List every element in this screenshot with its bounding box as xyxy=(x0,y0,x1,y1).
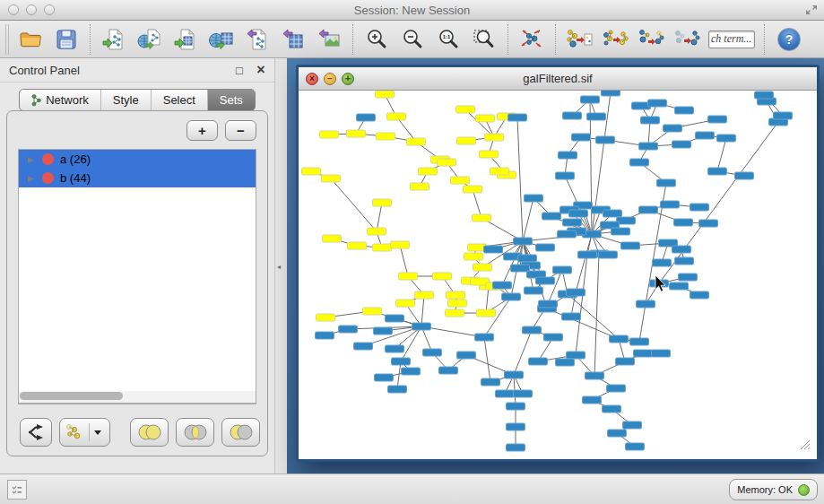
intersection-icon xyxy=(180,423,211,441)
new-network-hide-selected-icon xyxy=(673,28,700,51)
zoom-selected-region-button[interactable] xyxy=(466,23,502,56)
toolbar: 1:1 xyxy=(0,21,824,58)
main-region: Control Panel □ × Network Style xyxy=(0,58,824,474)
task-list-icon xyxy=(11,483,23,496)
create-set-from-selected-button[interactable] xyxy=(59,418,110,447)
zoom-out-button[interactable] xyxy=(395,23,430,56)
window-title: Session: New Session xyxy=(0,4,824,17)
new-network-from-selection-all-edges-icon xyxy=(566,28,593,51)
export-image-icon xyxy=(317,28,342,51)
tab-label: Style xyxy=(113,93,139,107)
import-network-file-icon xyxy=(101,28,126,51)
control-panel: Control Panel □ × Network Style xyxy=(0,58,274,474)
set-color-icon xyxy=(42,153,54,165)
network-desktop: × − + galFiltered.sif xyxy=(287,58,824,474)
add-set-button[interactable]: + xyxy=(186,120,218,141)
chevron-down-icon[interactable] xyxy=(94,430,101,435)
new-network-from-selection-all-edges-button[interactable] xyxy=(561,23,597,56)
union-button[interactable] xyxy=(130,418,169,447)
resize-grip-icon[interactable] xyxy=(799,438,811,454)
set-list[interactable]: ▶ a (26) ▶ b (44) xyxy=(18,149,256,404)
tab-label: Select xyxy=(163,93,195,107)
help-label: ? xyxy=(785,32,794,47)
toolbar-separator xyxy=(90,24,91,55)
apply-layout-button[interactable] xyxy=(514,23,550,56)
export-image-button[interactable] xyxy=(311,23,347,56)
toolbar-separator xyxy=(555,24,556,55)
tab-select[interactable]: Select xyxy=(152,90,208,110)
tab-label: Sets xyxy=(220,93,243,107)
difference-icon xyxy=(226,423,256,441)
sets-panel: + − ▶ a (26) ▶ b (44) xyxy=(6,110,268,456)
tab-network[interactable]: Network xyxy=(20,90,101,110)
save-icon xyxy=(55,28,78,51)
new-network-from-selection-selected-edges-icon xyxy=(602,28,629,51)
new-network-hide-selected-button[interactable] xyxy=(669,23,705,56)
fullscreen-toggle-icon[interactable] xyxy=(804,3,819,17)
tab-label: Network xyxy=(46,93,89,107)
union-icon xyxy=(134,423,165,441)
toolbar-separator xyxy=(352,24,353,55)
mouse-cursor xyxy=(655,275,665,291)
network-frame-titlebar[interactable]: × − + galFiltered.sif xyxy=(299,67,817,91)
control-panel-header: Control Panel □ × xyxy=(0,58,274,83)
control-panel-title: Control Panel xyxy=(9,64,231,77)
set-color-icon xyxy=(42,172,54,184)
set-row-b[interactable]: ▶ b (44) xyxy=(19,169,256,187)
set-row-a[interactable]: ▶ a (26) xyxy=(19,150,256,169)
import-table-file-button[interactable] xyxy=(168,23,204,56)
import-table-web-icon xyxy=(208,28,235,51)
set-label: b (44) xyxy=(60,171,91,185)
zoom-actual-size-icon: 1:1 xyxy=(437,28,460,51)
sets-footer-toolbar xyxy=(20,418,260,447)
save-session-button[interactable] xyxy=(48,23,84,56)
button-divider xyxy=(89,423,90,441)
status-bar: Memory: OK xyxy=(0,474,824,504)
network-frame-title: galFiltered.sif xyxy=(299,72,817,85)
memory-label: Memory: OK xyxy=(737,484,793,495)
toolbar-separator xyxy=(507,24,508,55)
float-panel-button[interactable]: □ xyxy=(231,62,247,78)
export-table-button[interactable] xyxy=(275,23,311,56)
import-table-file-icon xyxy=(173,28,198,51)
remove-set-button[interactable]: − xyxy=(225,120,256,141)
tab-sets[interactable]: Sets xyxy=(208,90,255,110)
new-network-from-selection-selected-edges-button[interactable] xyxy=(597,23,633,56)
panel-sash[interactable]: ◂ xyxy=(274,58,288,474)
new-network-selected-nodes-all-edges-button[interactable] xyxy=(633,23,669,56)
task-history-button[interactable] xyxy=(7,480,27,500)
zoom-in-button[interactable] xyxy=(359,23,395,56)
import-network-web-button[interactable] xyxy=(132,23,168,56)
import-table-web-button[interactable] xyxy=(204,23,239,56)
apply-layout-icon xyxy=(519,27,544,52)
collapse-panel-icon[interactable]: ◂ xyxy=(277,263,281,271)
tab-style[interactable]: Style xyxy=(101,90,152,110)
intersection-button[interactable] xyxy=(176,418,214,447)
import-network-file-button[interactable] xyxy=(96,23,132,56)
zoom-actual-size-button[interactable]: 1:1 xyxy=(430,23,466,56)
toolbar-separator xyxy=(764,24,765,55)
help-button[interactable]: ? xyxy=(777,28,801,51)
open-folder-icon xyxy=(18,28,43,51)
export-network-button[interactable] xyxy=(239,23,275,56)
network-canvas[interactable] xyxy=(299,91,811,455)
expander-icon[interactable]: ▶ xyxy=(24,155,37,164)
network-tree-icon xyxy=(31,94,41,107)
difference-button[interactable] xyxy=(221,418,260,447)
network-graph xyxy=(299,91,811,455)
horizontal-scrollbar[interactable] xyxy=(18,391,256,404)
window-titlebar[interactable]: Session: New Session xyxy=(0,0,824,21)
expander-icon[interactable]: ▶ xyxy=(24,174,37,183)
split-set-button[interactable] xyxy=(20,418,52,447)
close-panel-button[interactable]: × xyxy=(253,62,269,78)
search-input[interactable] xyxy=(708,30,755,48)
create-set-icon xyxy=(64,423,85,441)
scrollbar-thumb[interactable] xyxy=(20,392,123,400)
control-panel-tabs: Network Style Select Sets xyxy=(0,89,274,111)
zoom-out-icon xyxy=(401,28,424,51)
memory-status-button[interactable]: Memory: OK xyxy=(729,479,818,500)
network-frame[interactable]: × − + galFiltered.sif xyxy=(296,65,820,462)
new-network-selected-nodes-all-edges-icon xyxy=(638,28,664,51)
toolbar-drag-handle[interactable] xyxy=(5,24,9,55)
open-session-button[interactable] xyxy=(13,23,48,56)
